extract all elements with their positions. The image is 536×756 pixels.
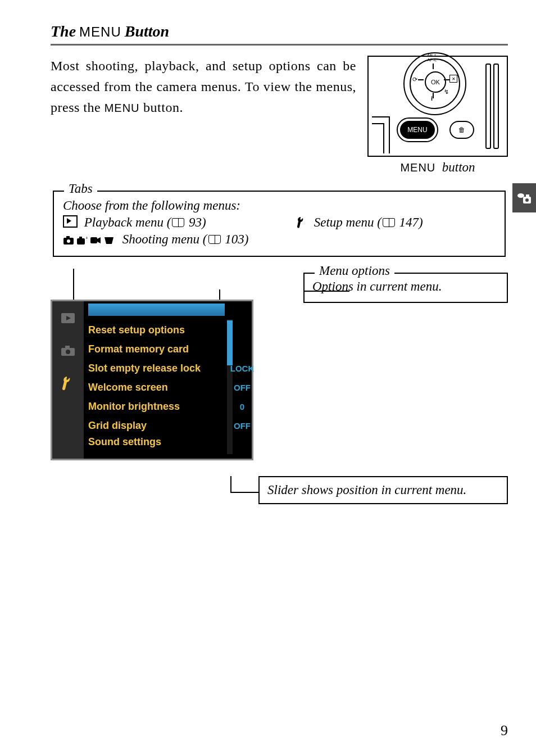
tabs-shooting-line: + Shooting menu ( 103) [63, 232, 496, 247]
heading-rule [51, 44, 508, 46]
tabs-intro-line: Choose from the following menus: [63, 198, 496, 213]
lcd-val: OFF [233, 378, 252, 397]
delete-button[interactable]: 🗑 [449, 121, 474, 139]
lcd-val [233, 339, 252, 359]
slider-leader-v [230, 476, 231, 492]
menu-glyph-icon: MENU [79, 24, 121, 40]
tabs-legend: Tabs [64, 182, 97, 196]
palette-icon [103, 234, 115, 244]
svg-rect-13 [526, 194, 529, 197]
slider-callout-box: Slider shows position in current menu. [258, 476, 508, 504]
lcd-val: OFF [233, 416, 252, 435]
intro-text-after: button. [140, 100, 183, 115]
page-ref-icon-3 [208, 235, 221, 244]
tabs-playback-label: Playback menu ( [84, 215, 171, 229]
tabs-setup-page: 147) [399, 215, 423, 229]
tabs-setup-line: Setup menu ( 147) [296, 215, 496, 230]
camera-caption: MENU button [367, 160, 508, 175]
intro-text-main: Most shooting, playback, and setup optio… [51, 58, 356, 115]
lcd-val: 0 [233, 397, 252, 416]
lcd-row[interactable]: Sound settings [88, 435, 225, 449]
lcd-val [233, 320, 252, 339]
tabs-setup-label: Setup menu ( [314, 215, 381, 229]
lcd-val: LOCK [233, 359, 252, 378]
menu-button[interactable]: MENU [400, 121, 435, 139]
dpad-left-tick [418, 79, 424, 80]
lcd-tab-playback-icon[interactable] [60, 311, 76, 325]
lcd-tab-shooting-icon[interactable] [60, 344, 76, 357]
tabs-callout-box: Tabs Choose from the following menus: Pl… [53, 191, 506, 257]
intro-paragraph: Most shooting, playback, and setup optio… [51, 56, 356, 119]
tabs-playback-page: 93) [189, 215, 206, 229]
movie-icon [90, 234, 101, 244]
chapter-thumb-icon [516, 191, 532, 205]
slider-leader-h [230, 492, 260, 493]
camera-grip-lines [485, 64, 499, 149]
dpad-down-tick [433, 93, 434, 98]
tabs-playback-line: Playback menu ( 93) [63, 215, 262, 230]
lcd-row[interactable]: Welcome screen [88, 378, 225, 397]
camera-icon [63, 234, 74, 244]
menu-options-callout-box: Menu options Options in current menu. [303, 273, 508, 303]
menu-options-text: Options in current menu. [312, 279, 499, 294]
lcd-row[interactable]: Slot empty release lock [88, 359, 225, 378]
caption-menu-glyph: MENU [400, 161, 435, 174]
lcd-menu-list: Reset setup options Format memory card S… [88, 320, 225, 454]
lcd-scrollbar-track[interactable] [227, 319, 233, 454]
heading-button-word: Button [125, 22, 169, 40]
lcd-row[interactable]: Format memory card [88, 339, 225, 359]
lcd-row[interactable]: Grid display [88, 416, 225, 435]
lcd-tab-setup-icon[interactable] [60, 377, 76, 390]
svg-text:+: + [85, 235, 88, 241]
svg-rect-3 [77, 238, 85, 245]
page-ref-icon [172, 218, 184, 227]
wrench-icon [296, 216, 307, 228]
page-ref-icon-2 [383, 218, 395, 227]
flash-icon: ↯ [444, 88, 449, 96]
section-heading: The MENU Button [51, 22, 508, 40]
tabs-shooting-label: Shooting menu ( [122, 232, 207, 246]
svg-rect-4 [79, 237, 82, 239]
camera-back-illustration: AE-LAF-L OK ⟳ ✕ i ↯ MENU 🗑 [367, 56, 508, 157]
slider-callout-text: Slider shows position in current menu. [267, 483, 499, 497]
exposure-comp-icon: ✕ [449, 75, 457, 83]
caption-button-text: button [442, 160, 475, 174]
lcd-row[interactable]: Reset setup options [88, 320, 225, 339]
dpad-up-tick [433, 64, 434, 69]
self-timer-icon: ⟳ [412, 76, 417, 83]
dpad-right-tick [444, 79, 449, 80]
tabs-shooting-page: 103) [225, 232, 248, 246]
heading-the: The [51, 22, 76, 40]
lcd-value-column: LOCK OFF 0 OFF [233, 301, 252, 459]
shooting-mode-icons: + [63, 234, 115, 244]
camera-plus-icon: + [76, 234, 88, 244]
page-number: 9 [501, 722, 508, 739]
lcd-row[interactable]: Monitor brightness [88, 397, 225, 416]
ok-button[interactable]: OK [425, 71, 446, 93]
chapter-thumb-tab [512, 183, 536, 212]
svg-point-10 [66, 350, 70, 354]
ae-af-lock-label: AE-LAF-L [427, 53, 437, 62]
svg-point-11 [517, 193, 524, 198]
camera-lcd-screenshot: Reset setup options Format memory card S… [51, 300, 253, 460]
svg-rect-1 [66, 236, 70, 238]
lcd-title-bar [88, 304, 225, 316]
menu-options-leader-h [305, 291, 349, 292]
menu-options-legend: Menu options [315, 264, 394, 278]
menu-glyph-inline: MENU [105, 102, 140, 114]
svg-rect-6 [90, 237, 97, 243]
playback-icon [63, 215, 78, 228]
camera-lcd-edge-inner [372, 123, 384, 153]
lcd-tab-strip [52, 301, 84, 459]
lcd-scrollbar-thumb[interactable] [227, 320, 233, 365]
svg-rect-9 [65, 346, 70, 348]
svg-point-2 [67, 239, 70, 243]
svg-point-14 [525, 198, 529, 202]
